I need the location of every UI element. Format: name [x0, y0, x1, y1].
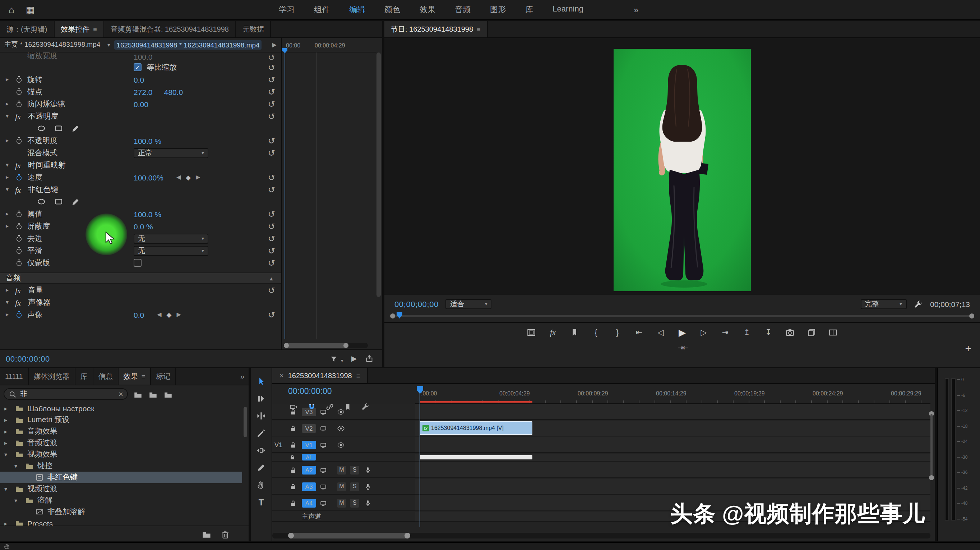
effects-tree-scrollbar[interactable]: [243, 403, 247, 524]
reset-parameter-icon[interactable]: ↺: [268, 113, 275, 120]
sync-lock-icon[interactable]: [320, 441, 327, 448]
workspaces-grid-icon[interactable]: ▦: [26, 4, 35, 15]
mute-button[interactable]: M: [337, 466, 346, 474]
selection-tool-button[interactable]: [255, 376, 267, 387]
stopwatch-icon[interactable]: [15, 88, 27, 96]
stopwatch-icon[interactable]: [15, 173, 27, 181]
track-select-forward-tool-button[interactable]: [255, 393, 267, 404]
close-icon[interactable]: ×: [280, 372, 284, 379]
program-timecode[interactable]: 00;00;00;00: [395, 300, 439, 308]
ec-row-不透明度[interactable]: ▾fx不透明度↺: [0, 110, 281, 122]
dropdown-去边[interactable]: 无▾: [134, 233, 208, 243]
go-to-next-edit-icon[interactable]: ⇥⇤: [678, 344, 687, 352]
param-value[interactable]: 100.0 %: [134, 136, 161, 145]
linked-selection-button[interactable]: [326, 400, 334, 413]
workspace-tab-Learning[interactable]: Learning: [552, 4, 584, 15]
track-header-A2[interactable]: A2MS: [272, 462, 415, 478]
show-clip-keyframes-icon[interactable]: ▶: [272, 42, 277, 48]
ec-row-时间重映射[interactable]: ▾fx时间重映射: [0, 159, 281, 171]
track-lock-button[interactable]: [290, 441, 297, 448]
ec-row-速度[interactable]: ▸速度100.00%◀◆▶↺: [0, 171, 281, 183]
param-value[interactable]: 0.00: [134, 100, 148, 108]
stopwatch-icon[interactable]: [15, 100, 27, 108]
voiceover-mic-icon[interactable]: [364, 466, 371, 473]
workspace-tab-编辑[interactable]: 编辑: [349, 4, 365, 15]
ec-row-缩放宽度[interactable]: 缩放宽度100.0↺: [0, 53, 281, 61]
ec-timecode[interactable]: 00:00:00:00: [6, 354, 50, 363]
slip-tool-button[interactable]: [255, 445, 267, 456]
reset-parameter-icon[interactable]: ↺: [268, 149, 275, 156]
ec-row-阈值[interactable]: ▸阈值100.0 %↺: [0, 208, 281, 220]
add-marker-button[interactable]: [344, 400, 352, 413]
prev-keyframe-icon[interactable]: ◀: [157, 311, 161, 318]
timeline-vertical-scrollbar[interactable]: [929, 411, 934, 480]
fx-toggle-icon[interactable]: fx: [15, 298, 28, 307]
twirl-icon[interactable]: ▸: [6, 287, 15, 293]
twirl-icon[interactable]: ▾: [6, 299, 15, 306]
project-tab[interactable]: 库: [75, 368, 94, 385]
tree-item-音频效果[interactable]: ▸ 音频效果: [0, 426, 242, 437]
sequence-clip-name[interactable]: 1625309414831998 * 1625309414831998.mp4: [114, 40, 261, 49]
next-keyframe-icon[interactable]: ▶: [177, 311, 181, 318]
step-forward-button[interactable]: ▷: [695, 326, 712, 339]
panel-menu-icon[interactable]: ≡: [93, 26, 97, 33]
project-tab[interactable]: 标记: [151, 368, 176, 385]
twirl-icon[interactable]: ▸: [6, 210, 15, 217]
add-keyframe-icon[interactable]: ◆: [186, 174, 191, 181]
ec-mini-timeline[interactable]: 00:00 00:00:04:29: [281, 38, 377, 349]
export-frame-button[interactable]: [782, 326, 798, 339]
scrollbar-handle[interactable]: [377, 53, 381, 297]
ec-mini-ruler[interactable]: 00:00 00:00:04:29: [282, 38, 377, 53]
twirl-icon[interactable]: ▾: [6, 162, 15, 168]
twirl-icon[interactable]: ▸: [4, 520, 11, 526]
mark-in-button[interactable]: {: [588, 326, 604, 339]
snap-button[interactable]: [307, 400, 316, 413]
mute-button[interactable]: M: [337, 482, 346, 491]
search-input[interactable]: [20, 390, 115, 398]
track-lock-button[interactable]: [290, 424, 297, 432]
tree-item-溶解[interactable]: ▾ 溶解: [0, 495, 242, 506]
master-clip-name[interactable]: 主要 * 1625309414831998.mp4: [4, 40, 100, 49]
scrollbar-handle[interactable]: [931, 414, 932, 477]
workspace-overflow-button[interactable]: »: [634, 5, 638, 15]
checkbox[interactable]: ✓: [134, 63, 142, 71]
fx-toggle-icon[interactable]: fx: [15, 161, 28, 169]
param-value[interactable]: 0.0: [134, 310, 144, 319]
track-header-主声道[interactable]: 主声道: [272, 512, 415, 522]
stopwatch-icon[interactable]: [15, 247, 27, 255]
effect-controls-tab[interactable]: 元数据: [236, 21, 271, 37]
safe-margins-button[interactable]: [523, 326, 539, 339]
multi-camera-button[interactable]: [803, 326, 820, 339]
ellipse-mask-button[interactable]: [37, 197, 46, 206]
sync-lock-icon[interactable]: [320, 483, 327, 490]
razor-tool-button[interactable]: [255, 428, 267, 438]
compare-view-button[interactable]: [825, 326, 842, 339]
ec-row-去边[interactable]: 去边无▾↺: [0, 232, 281, 244]
ec-row-防闪烁滤镜[interactable]: ▸防闪烁滤镜0.00↺: [0, 98, 281, 110]
step-back-button[interactable]: ◁: [652, 326, 669, 339]
track-header-A1[interactable]: A1: [272, 454, 415, 462]
twirl-icon[interactable]: ▸: [6, 76, 15, 83]
filter-properties-button[interactable]: ▾: [330, 352, 344, 365]
timeline-settings-button[interactable]: [361, 400, 370, 413]
ec-row-音量[interactable]: ▸fx音量↺: [0, 284, 281, 296]
next-keyframe-icon[interactable]: ▶: [196, 174, 200, 180]
twirl-icon[interactable]: ▸: [4, 428, 11, 435]
scrubber-zoom-knob-left[interactable]: [390, 314, 395, 319]
ec-row-声像[interactable]: ▸声像0.0◀◆▶↺: [0, 308, 281, 320]
tree-item-Lumetri 预设[interactable]: ▸ Lumetri 预设: [0, 414, 242, 426]
ec-row-仅蒙版[interactable]: 仅蒙版↺: [0, 257, 281, 269]
workspace-tab-组件[interactable]: 组件: [314, 4, 330, 15]
sync-lock-icon[interactable]: [320, 466, 327, 473]
track-header-A4[interactable]: A4MS: [272, 495, 415, 511]
twirl-icon[interactable]: ▾: [4, 451, 11, 458]
twirl-icon[interactable]: ▸: [4, 417, 11, 423]
ec-row-等比缩放[interactable]: ✓等比缩放↺: [0, 61, 281, 73]
workspace-tab-效果[interactable]: 效果: [420, 4, 435, 15]
type-tool-button[interactable]: T: [255, 497, 267, 508]
extract-button[interactable]: ↧: [760, 326, 777, 339]
go-to-in-button[interactable]: ⇤: [631, 326, 648, 339]
source-patch-label[interactable]: V1: [274, 441, 282, 448]
track-target-badge[interactable]: A4: [302, 499, 316, 507]
timeline-timecode[interactable]: 00:00:00:00: [288, 387, 332, 395]
